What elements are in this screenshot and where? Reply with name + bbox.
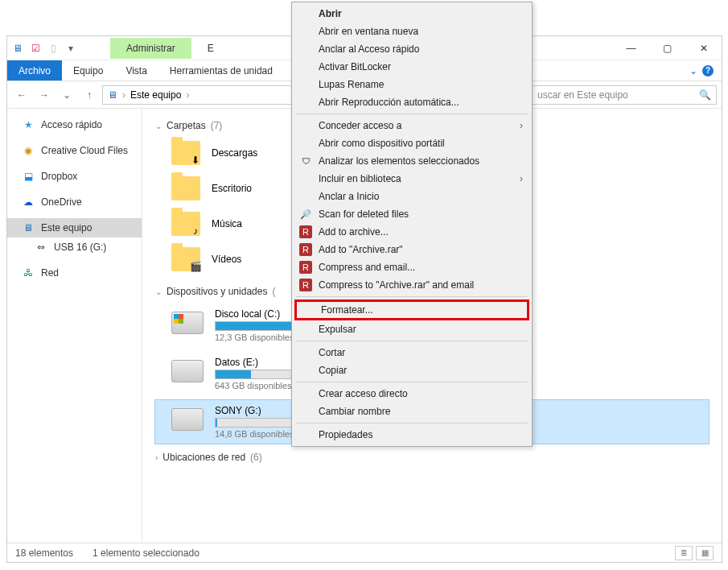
nav-forward-icon[interactable]: → <box>35 85 54 105</box>
menu-item-icon: R <box>299 261 312 274</box>
qat-new-icon[interactable]: ▯ <box>46 41 60 56</box>
nav-up-icon[interactable]: ↑ <box>80 85 99 105</box>
menu-item-label: Copiar <box>319 365 347 376</box>
ribbon-context-tab[interactable]: Administrar <box>110 38 191 59</box>
breadcrumb-item[interactable]: Este equipo <box>130 89 181 101</box>
context-menu-item[interactable]: Conceder acceso a› <box>294 117 529 134</box>
context-menu-item[interactable]: Incluir en biblioteca› <box>294 170 529 188</box>
context-menu-item[interactable]: Formatear... <box>297 302 527 318</box>
group-count: ( <box>272 286 275 297</box>
folder-badge-icon: ♪ <box>189 225 202 238</box>
sidebar-item[interactable]: ☁OneDrive <box>7 192 142 212</box>
group-title: Carpetas <box>167 120 206 131</box>
breadcrumb-separator-icon: › <box>122 89 125 101</box>
context-menu-item[interactable]: Anclar al Acceso rápido <box>294 40 529 58</box>
drive-icon <box>171 312 204 334</box>
context-menu-item[interactable]: Activar BitLocker <box>294 58 529 76</box>
submenu-arrow-icon: › <box>520 173 523 184</box>
context-menu-item[interactable]: Cambiar nombre <box>294 403 529 420</box>
menu-item-label: Crear acceso directo <box>319 388 408 399</box>
ribbon-help: ⌄ ? <box>689 60 722 81</box>
close-button[interactable]: ✕ <box>685 36 722 60</box>
context-menu-item[interactable]: RAdd to "Archive.rar" <box>294 241 529 258</box>
ribbon-tab[interactable]: Equipo <box>62 60 114 81</box>
folder-label: Escritorio <box>212 183 252 194</box>
context-menu-item[interactable]: Propiedades <box>294 426 529 444</box>
sidebar-item-label: Red <box>41 267 59 279</box>
sidebar-item[interactable]: ⇔USB 16 (G:) <box>7 238 142 257</box>
context-menu-item[interactable]: Abrir en ventana nueva <box>294 23 529 40</box>
nav-back-icon[interactable]: ← <box>12 85 31 105</box>
context-menu-item[interactable]: Crear acceso directo <box>294 385 529 403</box>
sidebar-item-icon: ◉ <box>22 144 35 157</box>
context-menu-item[interactable]: Lupas Rename <box>294 76 529 93</box>
ribbon-tab[interactable]: Vista <box>114 60 158 81</box>
group-count: (7) <box>211 120 223 131</box>
sidebar-item[interactable]: ⬓Dropbox <box>7 167 142 186</box>
file-tab[interactable]: Archivo <box>7 60 62 81</box>
view-icons-button[interactable]: ▦ <box>696 546 714 560</box>
menu-item-label: Add to archive... <box>319 226 389 238</box>
menu-item-label: Expulsar <box>319 324 356 335</box>
menu-item-icon: R <box>299 225 312 238</box>
menu-item-label: Lupas Rename <box>319 79 384 90</box>
maximize-button[interactable]: ▢ <box>649 36 685 60</box>
menu-item-label: Propiedades <box>319 429 372 440</box>
context-menu-item[interactable]: Abrir Reproducción automática... <box>294 93 529 111</box>
search-placeholder: uscar en Este equipo <box>537 89 628 101</box>
context-menu-item[interactable]: Anclar a Inicio <box>294 188 529 205</box>
nav-recent-icon[interactable]: ⌄ <box>57 85 76 105</box>
folder-label: Descargas <box>212 147 257 159</box>
menu-item-icon: 🛡 <box>299 155 312 167</box>
sidebar-item-label: Este equipo <box>41 222 92 233</box>
context-menu-item[interactable]: Abrir como dispositivo portátil <box>294 134 529 152</box>
menu-item-label: Scan for deleted files <box>319 209 409 220</box>
ribbon-tab[interactable]: Herramientas de unidad <box>158 60 284 81</box>
view-details-button[interactable]: ≣ <box>675 546 693 560</box>
search-input[interactable]: uscar en Este equipo 🔍 <box>532 85 717 105</box>
folder-label: Música <box>212 218 242 229</box>
ribbon-collapse-icon[interactable]: ⌄ <box>689 65 697 76</box>
context-menu-item[interactable]: 🔎Scan for deleted files <box>294 205 529 223</box>
folder-icon: 🎬 <box>171 247 200 271</box>
qat-dropdown-icon[interactable]: ▾ <box>64 41 78 56</box>
menu-item-label: Anclar a Inicio <box>319 191 379 202</box>
menu-item-label: Formatear... <box>321 304 373 316</box>
context-menu-item[interactable]: Abrir <box>294 5 529 23</box>
context-menu-item[interactable]: 🛡Analizar los elementos seleccionados <box>294 152 529 170</box>
sidebar-item-icon: ⬓ <box>22 170 35 183</box>
sidebar-item[interactable]: 🖥Este equipo <box>7 218 142 238</box>
sidebar-item-label: OneDrive <box>41 196 82 208</box>
folder-icon <box>171 176 200 200</box>
sidebar-item[interactable]: ◉Creative Cloud Files <box>7 141 142 160</box>
help-icon[interactable]: ? <box>702 65 714 76</box>
breadcrumb-root-icon: 🖥 <box>108 89 117 101</box>
group-header-network[interactable]: › Ubicaciones de red (6) <box>155 452 709 463</box>
context-menu-item[interactable]: Copiar <box>294 361 529 379</box>
chevron-down-icon: ⌄ <box>155 287 162 296</box>
context-menu-item[interactable]: RCompress to "Archive.rar" and email <box>294 276 529 294</box>
menu-item-icon: R <box>299 279 312 291</box>
qat-properties-icon[interactable]: ☑ <box>28 41 43 56</box>
menu-item-label: Abrir en ventana nueva <box>319 26 418 37</box>
context-menu-item[interactable]: Expulsar <box>294 320 529 338</box>
context-menu-item[interactable]: RAdd to archive... <box>294 223 529 241</box>
context-menu-item[interactable]: Cortar <box>294 344 529 361</box>
menu-item-label: Activar BitLocker <box>319 61 391 72</box>
sidebar-item[interactable]: 🖧Red <box>7 263 142 283</box>
nav-tree: ★Acceso rápido◉Creative Cloud Files⬓Drop… <box>7 109 142 543</box>
menu-item-label: Cambiar nombre <box>319 406 390 417</box>
sidebar-item[interactable]: ★Acceso rápido <box>7 115 142 134</box>
group-title: Ubicaciones de red <box>162 452 245 463</box>
menu-item-icon: 🔎 <box>299 208 312 221</box>
context-menu-item[interactable]: RCompress and email... <box>294 258 529 276</box>
menu-item-label: Add to "Archive.rar" <box>319 244 403 255</box>
window-controls: — ▢ ✕ <box>613 36 722 60</box>
submenu-arrow-icon: › <box>520 120 523 131</box>
menu-item-label: Incluir en biblioteca <box>319 173 401 184</box>
folder-badge-icon: ⬇ <box>189 154 202 167</box>
minimize-button[interactable]: — <box>613 36 649 60</box>
status-item-count: 18 elementos <box>15 547 73 559</box>
menu-item-label: Cortar <box>319 347 345 358</box>
app-icon: 🖥 <box>10 41 25 56</box>
